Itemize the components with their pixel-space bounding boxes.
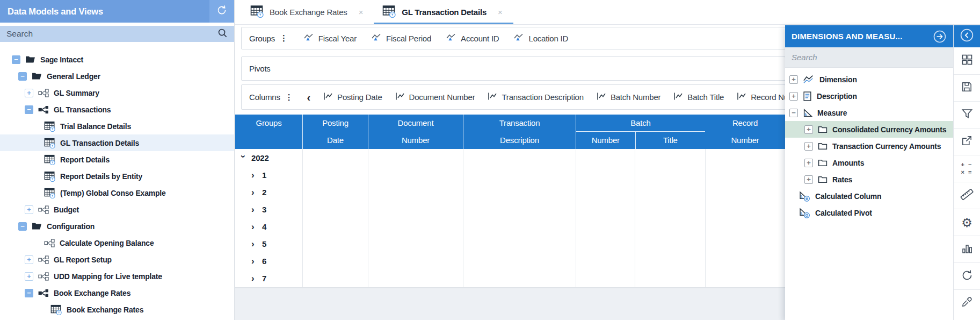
close-tab-icon[interactable]: × xyxy=(498,8,503,17)
expand-checkbox[interactable]: + xyxy=(804,125,813,134)
group-row-4[interactable]: › 4 xyxy=(235,218,302,235)
sidebar-item-general-ledger[interactable]: − General Ledger xyxy=(0,68,234,84)
collapse-checkbox[interactable]: − xyxy=(18,72,27,81)
group-row-3[interactable]: › 3 xyxy=(235,201,302,218)
sidebar-title: Data Models and Views xyxy=(8,6,103,17)
panel-search-input[interactable] xyxy=(792,53,947,62)
expand-checkbox[interactable]: + xyxy=(25,255,33,264)
refresh-button[interactable] xyxy=(209,0,234,23)
sidebar-item-gl-transaction-details[interactable]: GL Transaction Details xyxy=(0,134,234,151)
expand-checkbox[interactable]: + xyxy=(25,272,33,281)
save-button[interactable] xyxy=(954,74,980,101)
column-chip-record-number[interactable]: Record Numb xyxy=(737,92,786,102)
columns-drop-zone[interactable]: Columns ⋮ ‹ Posting Date Document Number… xyxy=(241,84,786,110)
measure-ruler-button[interactable] xyxy=(954,182,980,209)
tab-book-exchange-rates[interactable]: Book Exchange Rates × xyxy=(242,0,374,24)
expand-checkbox[interactable]: + xyxy=(25,205,33,214)
sidebar-item-gl-summary[interactable]: + GL Summary xyxy=(0,84,234,101)
export-button[interactable] xyxy=(954,128,980,155)
sidebar-item-book-exchange-rates-model[interactable]: − Book Exchange Rates xyxy=(0,285,234,301)
expand-checkbox[interactable]: + xyxy=(789,92,798,101)
collapse-panel-button[interactable] xyxy=(954,25,980,47)
expand-checkbox[interactable]: + xyxy=(804,175,813,184)
collapse-checkbox[interactable]: − xyxy=(789,109,798,117)
pivots-drop-zone[interactable]: Pivots xyxy=(241,56,786,81)
calculator-button[interactable]: + − × = xyxy=(954,155,980,182)
column-chip-batch-number[interactable]: Batch Number xyxy=(597,92,660,102)
group-row-2022[interactable]: › 2022 xyxy=(235,149,302,166)
search-icon[interactable] xyxy=(217,28,228,40)
eyedropper-button[interactable] xyxy=(954,289,980,316)
panel-item-calculated-column[interactable]: Calculated Column xyxy=(785,188,953,204)
group-chip-account-id[interactable]: Account ID xyxy=(446,33,499,43)
collapse-columns-icon[interactable]: ‹ xyxy=(307,92,310,103)
sidebar-item-udd-mapping[interactable]: + UDD Mapping for Live template xyxy=(0,268,234,285)
chevron-right-icon[interactable]: › xyxy=(251,188,257,197)
collapse-checkbox[interactable]: − xyxy=(12,55,20,64)
groups-drop-zone[interactable]: Groups ⋮ Fiscal Year Fiscal Period Accou… xyxy=(241,27,786,49)
sidebar-item-sage-intacct[interactable]: − Sage Intacct xyxy=(0,51,234,68)
panel-item-calculated-pivot[interactable]: Calculated Pivot xyxy=(785,204,953,221)
expand-checkbox[interactable]: + xyxy=(804,159,813,167)
groups-menu-icon[interactable]: ⋮ xyxy=(280,33,288,43)
sidebar-item-temp-global-conso-example[interactable]: (Temp) Global Conso Example xyxy=(0,184,234,201)
layout-grid-button[interactable] xyxy=(954,47,980,74)
move-panel-arrow-icon[interactable] xyxy=(933,30,947,44)
chevron-right-icon[interactable]: › xyxy=(251,257,257,266)
group-row-6[interactable]: › 6 xyxy=(235,252,302,269)
collapse-checkbox[interactable]: − xyxy=(25,105,33,114)
panel-item-amounts[interactable]: + Amounts xyxy=(785,154,953,171)
chevron-right-icon[interactable]: › xyxy=(251,170,257,180)
chevron-right-icon[interactable]: › xyxy=(251,274,257,283)
collapse-checkbox[interactable]: − xyxy=(25,289,33,297)
group-chip-location-id[interactable]: Location ID xyxy=(514,33,568,43)
column-chip-posting-date[interactable]: Posting Date xyxy=(323,92,382,102)
sidebar-item-report-details[interactable]: Report Details xyxy=(0,151,234,168)
expand-checkbox[interactable]: + xyxy=(804,142,813,151)
sidebar-item-report-details-by-entity[interactable]: Report Details by Entity xyxy=(0,168,234,184)
column-chip-batch-title[interactable]: Batch Title xyxy=(673,92,724,102)
chevron-right-icon[interactable]: › xyxy=(251,205,257,214)
sidebar-item-budget[interactable]: + Budget xyxy=(0,201,234,218)
group-row-1[interactable]: › 1 xyxy=(235,166,302,183)
expand-checkbox[interactable]: + xyxy=(25,89,33,97)
sidebar-item-trial-balance-details[interactable]: Trial Balance Details xyxy=(0,118,234,134)
chevron-right-icon[interactable]: › xyxy=(251,222,257,231)
chart-button[interactable] xyxy=(954,236,980,262)
settings-gear-button[interactable]: ⚙ xyxy=(954,209,980,236)
group-row-2[interactable]: › 2 xyxy=(235,183,302,201)
sidebar-item-configuration[interactable]: − Configuration xyxy=(0,218,234,234)
group-row-7[interactable]: › 7 xyxy=(235,269,302,287)
panel-item-transaction-currency-amounts[interactable]: + Transaction Currency Amounts xyxy=(785,138,953,154)
chevron-down-icon[interactable]: › xyxy=(239,155,248,161)
close-tab-icon[interactable]: × xyxy=(359,8,364,17)
filter-button[interactable] xyxy=(954,101,980,128)
group-chip-fiscal-period[interactable]: Fiscal Period xyxy=(372,33,431,43)
header-label: Posting xyxy=(322,115,349,132)
refresh-button[interactable] xyxy=(954,262,980,289)
column-chip-transaction-description[interactable]: Transaction Description xyxy=(488,92,583,102)
group-chip-fiscal-year[interactable]: Fiscal Year xyxy=(304,33,357,43)
sidebar-item-label: Book Exchange Rates xyxy=(67,305,143,314)
sidebar-item-calculate-opening-balance[interactable]: Calculate Opening Balance xyxy=(0,234,234,251)
panel-item-rates[interactable]: + Rates xyxy=(785,171,953,188)
panel-item-dimension[interactable]: + Dimension xyxy=(785,71,953,88)
view-table-icon xyxy=(382,4,396,20)
chevron-right-icon[interactable]: › xyxy=(251,239,257,248)
sidebar-item-gl-transactions[interactable]: − GL Transactions xyxy=(0,101,234,118)
panel-item-description[interactable]: + Description xyxy=(785,88,953,104)
groups-chips: Fiscal Year Fiscal Period Account ID Loc… xyxy=(304,33,568,43)
panel-item-measure[interactable]: − Measure xyxy=(785,104,953,121)
panel-item-consolidated-currency-amounts[interactable]: + Consolidated Currency Amounts xyxy=(785,121,953,138)
group-row-5[interactable]: › 5 xyxy=(235,235,302,252)
sidebar-search-input[interactable] xyxy=(6,29,217,39)
sidebar-item-label: Budget xyxy=(54,205,79,214)
sidebar-item-book-exchange-rates-view[interactable]: Book Exchange Rates xyxy=(0,301,234,318)
column-chip-document-number[interactable]: Document Number xyxy=(395,92,475,102)
tab-gl-transaction-details[interactable]: GL Transaction Details × xyxy=(374,0,513,24)
columns-menu-icon[interactable]: ⋮ xyxy=(285,93,293,102)
sidebar-item-gl-report-setup[interactable]: + GL Report Setup xyxy=(0,251,234,268)
collapse-checkbox[interactable]: − xyxy=(18,222,27,231)
group-row-label: 5 xyxy=(262,239,266,248)
expand-checkbox[interactable]: + xyxy=(789,75,798,84)
